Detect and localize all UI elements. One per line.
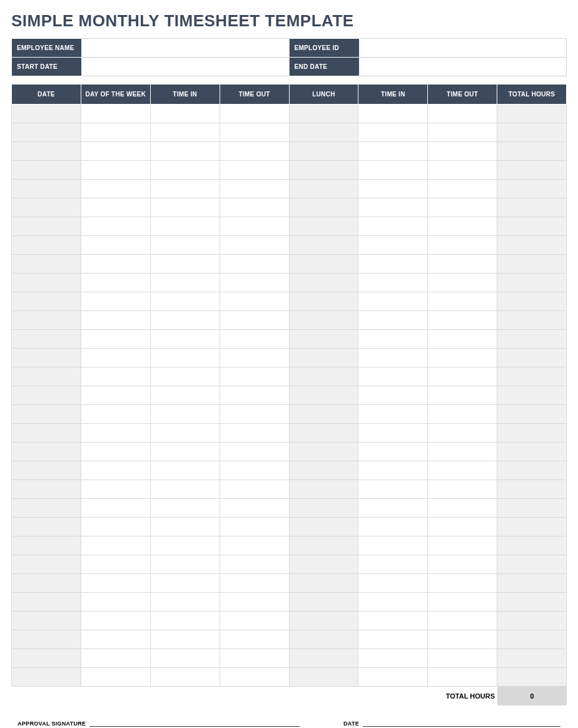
cell-time-in-1[interactable] <box>150 555 220 574</box>
cell-time-out-2[interactable] <box>428 386 497 405</box>
cell-time-out-1[interactable] <box>220 536 289 555</box>
cell-lunch[interactable] <box>289 292 358 311</box>
cell-day[interactable] <box>81 105 150 123</box>
cell-date[interactable] <box>12 311 81 330</box>
cell-day[interactable] <box>81 311 150 330</box>
cell-time-in-2[interactable] <box>358 518 428 536</box>
cell-time-in-2[interactable] <box>358 311 428 330</box>
cell-lunch[interactable] <box>289 142 358 161</box>
cell-date[interactable] <box>12 217 81 236</box>
cell-time-in-2[interactable] <box>358 292 428 311</box>
cell-day[interactable] <box>81 518 150 536</box>
cell-total[interactable] <box>497 574 567 593</box>
cell-time-in-1[interactable] <box>150 367 220 386</box>
cell-day[interactable] <box>81 555 150 574</box>
cell-day[interactable] <box>81 649 150 668</box>
cell-time-out-2[interactable] <box>428 292 497 311</box>
cell-total[interactable] <box>497 274 567 292</box>
cell-date[interactable] <box>12 555 81 574</box>
cell-total[interactable] <box>497 499 567 518</box>
cell-time-out-2[interactable] <box>428 255 497 274</box>
cell-total[interactable] <box>497 480 567 499</box>
cell-time-out-1[interactable] <box>220 292 289 311</box>
cell-time-out-1[interactable] <box>220 461 289 480</box>
cell-time-out-2[interactable] <box>428 142 497 161</box>
cell-lunch[interactable] <box>289 480 358 499</box>
cell-time-in-2[interactable] <box>358 574 428 593</box>
cell-time-in-1[interactable] <box>150 668 220 687</box>
cell-time-in-1[interactable] <box>150 518 220 536</box>
cell-date[interactable] <box>12 443 81 461</box>
cell-time-in-1[interactable] <box>150 405 220 424</box>
cell-time-out-2[interactable] <box>428 217 497 236</box>
cell-lunch[interactable] <box>289 461 358 480</box>
cell-day[interactable] <box>81 386 150 405</box>
cell-date[interactable] <box>12 349 81 367</box>
cell-time-in-2[interactable] <box>358 105 428 123</box>
cell-time-out-1[interactable] <box>220 386 289 405</box>
cell-lunch[interactable] <box>289 255 358 274</box>
cell-time-in-2[interactable] <box>358 461 428 480</box>
cell-total[interactable] <box>497 386 567 405</box>
cell-time-in-1[interactable] <box>150 424 220 443</box>
cell-lunch[interactable] <box>289 161 358 180</box>
signature-date-line[interactable] <box>363 718 560 727</box>
cell-date[interactable] <box>12 198 81 217</box>
cell-lunch[interactable] <box>289 180 358 198</box>
cell-total[interactable] <box>497 593 567 612</box>
cell-time-in-1[interactable] <box>150 123 220 142</box>
cell-lunch[interactable] <box>289 311 358 330</box>
cell-time-in-1[interactable] <box>150 443 220 461</box>
cell-lunch[interactable] <box>289 593 358 612</box>
cell-date[interactable] <box>12 536 81 555</box>
cell-time-out-1[interactable] <box>220 311 289 330</box>
cell-time-out-2[interactable] <box>428 649 497 668</box>
cell-time-out-1[interactable] <box>220 274 289 292</box>
cell-date[interactable] <box>12 668 81 687</box>
cell-time-in-1[interactable] <box>150 180 220 198</box>
cell-total[interactable] <box>497 649 567 668</box>
cell-time-out-2[interactable] <box>428 311 497 330</box>
cell-day[interactable] <box>81 668 150 687</box>
cell-time-out-1[interactable] <box>220 367 289 386</box>
cell-day[interactable] <box>81 274 150 292</box>
cell-total[interactable] <box>497 142 567 161</box>
cell-day[interactable] <box>81 180 150 198</box>
cell-time-out-1[interactable] <box>220 123 289 142</box>
cell-time-out-2[interactable] <box>428 443 497 461</box>
cell-total[interactable] <box>497 518 567 536</box>
cell-time-out-2[interactable] <box>428 536 497 555</box>
cell-time-out-1[interactable] <box>220 668 289 687</box>
cell-lunch[interactable] <box>289 612 358 630</box>
cell-date[interactable] <box>12 292 81 311</box>
cell-date[interactable] <box>12 236 81 255</box>
cell-total[interactable] <box>497 630 567 649</box>
cell-date[interactable] <box>12 142 81 161</box>
cell-time-out-2[interactable] <box>428 630 497 649</box>
cell-date[interactable] <box>12 105 81 123</box>
cell-time-in-1[interactable] <box>150 593 220 612</box>
cell-total[interactable] <box>497 668 567 687</box>
cell-total[interactable] <box>497 255 567 274</box>
cell-time-out-2[interactable] <box>428 198 497 217</box>
cell-time-in-2[interactable] <box>358 536 428 555</box>
cell-date[interactable] <box>12 499 81 518</box>
cell-time-in-1[interactable] <box>150 161 220 180</box>
cell-time-in-2[interactable] <box>358 123 428 142</box>
cell-date[interactable] <box>12 574 81 593</box>
cell-time-in-1[interactable] <box>150 217 220 236</box>
cell-time-in-1[interactable] <box>150 480 220 499</box>
cell-total[interactable] <box>497 461 567 480</box>
cell-time-out-2[interactable] <box>428 555 497 574</box>
cell-lunch[interactable] <box>289 574 358 593</box>
cell-day[interactable] <box>81 499 150 518</box>
cell-lunch[interactable] <box>289 405 358 424</box>
cell-total[interactable] <box>497 217 567 236</box>
cell-time-in-2[interactable] <box>358 367 428 386</box>
approval-signature-line[interactable] <box>89 718 300 727</box>
cell-time-in-1[interactable] <box>150 236 220 255</box>
cell-day[interactable] <box>81 161 150 180</box>
cell-total[interactable] <box>497 555 567 574</box>
cell-lunch[interactable] <box>289 518 358 536</box>
cell-time-in-1[interactable] <box>150 105 220 123</box>
